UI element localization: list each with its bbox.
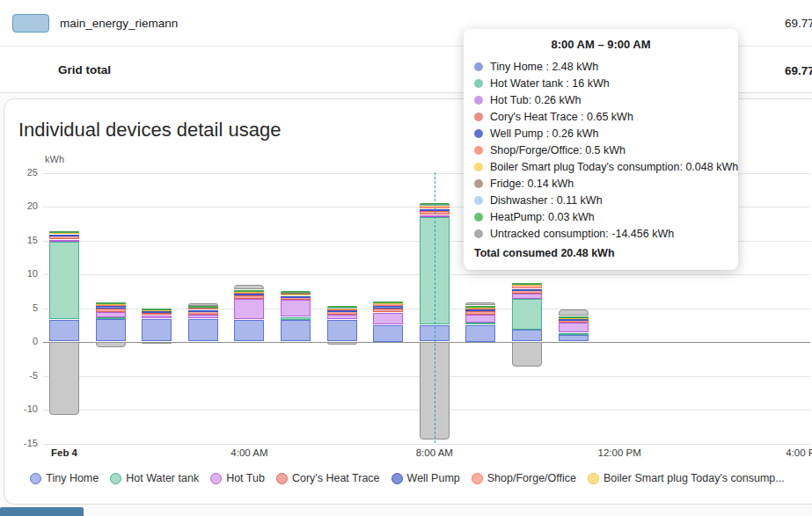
y-axis-tick-label: -5 <box>13 370 38 381</box>
bar-segment-heatpump[interactable] <box>142 309 172 310</box>
bar-segment-heatpump[interactable] <box>281 291 311 293</box>
series-color-dot-icon <box>474 229 483 238</box>
bar-segment-hot-water-tank[interactable] <box>465 323 495 324</box>
bar-segment-untracked-consumption[interactable] <box>142 342 172 344</box>
bar-segment-cory-s-heat-trace[interactable] <box>234 295 264 299</box>
bar-segment-untracked-consumption[interactable] <box>234 285 264 290</box>
bar-segment-hot-water-tank[interactable] <box>49 242 79 319</box>
bar-segment-hot-tub[interactable] <box>49 240 79 242</box>
legend-item-well-pump[interactable]: Well Pump <box>391 472 460 484</box>
legend-item-hot-tub[interactable]: Hot Tub <box>210 472 265 484</box>
tooltip-item-text: Shop/Forge/Office: 0.5 kWh <box>490 144 625 156</box>
bar-segment-untracked-consumption[interactable] <box>327 342 357 345</box>
bar-segment-heatpump[interactable] <box>465 306 495 308</box>
chart-legend: Tiny HomeHot Water tankHot TubCory's Hea… <box>4 472 810 484</box>
bar-segment-tiny-home[interactable] <box>327 320 357 342</box>
bar-segment-tiny-home[interactable] <box>512 330 542 341</box>
bar-segment-heatpump[interactable] <box>96 302 126 304</box>
bar-segment-tiny-home[interactable] <box>188 319 218 342</box>
bar-segment-hot-tub[interactable] <box>142 316 172 318</box>
tooltip-item-list: Tiny Home : 2.48 kWhHot Water tank : 16 … <box>474 58 728 242</box>
bar-segment-well-pump[interactable] <box>512 289 542 291</box>
bar-segment-well-pump[interactable] <box>188 310 218 312</box>
bar-segment-hot-tub[interactable] <box>559 323 589 332</box>
x-axis-tick-label: 8:00 AM <box>416 447 453 458</box>
bar-segment-well-pump[interactable] <box>142 311 172 313</box>
series-color-dot-icon <box>474 163 483 171</box>
bar-segment-heatpump[interactable] <box>512 283 542 285</box>
chart-hover-tooltip: 8:00 AM – 9:00 AM Tiny Home : 2.48 kWhHo… <box>464 29 738 270</box>
legend-label: Cory's Heat Trace <box>292 472 380 484</box>
bar-segment-tiny-home[interactable] <box>281 320 311 341</box>
bar-segment-cory-s-heat-trace[interactable] <box>327 311 357 314</box>
bar-segment-fridge[interactable] <box>281 293 311 294</box>
legend-color-dot-icon <box>391 473 403 484</box>
tooltip-item-text: Hot Tub: 0.26 kWh <box>490 94 582 106</box>
tooltip-item: HeatPump: 0.03 kWh <box>474 208 728 225</box>
bar-segment-well-pump[interactable] <box>49 235 79 236</box>
bar-segment-well-pump[interactable] <box>96 306 126 309</box>
bar-segment-cory-s-heat-trace[interactable] <box>512 290 542 293</box>
bar-segment-hot-water-tank[interactable] <box>96 317 126 319</box>
bar-segment-hot-tub[interactable] <box>512 294 542 299</box>
tooltip-item: Untracked consumption: -14.456 kWh <box>474 225 728 242</box>
bar-segment-hot-water-tank[interactable] <box>512 299 542 329</box>
series-color-dot-icon <box>474 62 483 71</box>
bar-segment-cory-s-heat-trace[interactable] <box>49 236 79 239</box>
y-axis-tick-label: 25 <box>13 167 38 178</box>
series-color-dot-icon <box>474 96 483 105</box>
bar-segment-cory-s-heat-trace[interactable] <box>96 309 126 311</box>
tooltip-item: Hot Water tank : 16 kWh <box>474 75 728 91</box>
bar-segment-hot-tub[interactable] <box>327 315 357 319</box>
bar-segment-hot-tub[interactable] <box>188 315 218 318</box>
bar-segment-cory-s-heat-trace[interactable] <box>465 311 495 314</box>
bar-segment-hot-tub[interactable] <box>465 315 495 323</box>
legend-item-cory-s-heat-trace[interactable]: Cory's Heat Trace <box>276 472 380 484</box>
bar-segment-heatpump[interactable] <box>234 290 264 292</box>
series-color-dot-icon <box>474 129 483 138</box>
legend-item-tiny-home[interactable]: Tiny Home <box>30 472 99 484</box>
bar-segment-well-pump[interactable] <box>465 309 495 311</box>
bar-segment-tiny-home[interactable] <box>465 325 495 342</box>
bar-segment-hot-tub[interactable] <box>281 300 311 316</box>
bar-segment-well-pump[interactable] <box>327 310 357 312</box>
legend-item-hot-water-tank[interactable]: Hot Water tank <box>110 472 199 484</box>
grid-total-kwh: 69.77 <box>785 63 812 76</box>
partially-visible-next-element[interactable] <box>0 507 84 516</box>
bar-segment-cory-s-heat-trace[interactable] <box>188 311 218 314</box>
bar-segment-well-pump[interactable] <box>373 306 403 309</box>
bar-segment-hot-tub[interactable] <box>96 312 126 317</box>
bar-segment-untracked-consumption[interactable] <box>559 309 589 316</box>
bar-segment-hot-water-tank[interactable] <box>559 333 589 335</box>
bar-segment-untracked-consumption[interactable] <box>49 342 79 415</box>
bar-segment-heatpump[interactable] <box>373 302 403 303</box>
bar-segment-tiny-home[interactable] <box>559 335 589 341</box>
source-total-kwh: 69.77 <box>785 17 812 30</box>
bar-segment-tiny-home[interactable] <box>96 319 126 342</box>
x-axis-tick-label: 4:00 PM <box>786 447 812 458</box>
bar-segment-untracked-consumption[interactable] <box>96 342 126 347</box>
bar-segment-hot-tub[interactable] <box>373 313 403 324</box>
bar-segment-untracked-consumption[interactable] <box>188 303 218 306</box>
bar-segment-tiny-home[interactable] <box>49 320 79 342</box>
bar-segment-untracked-consumption[interactable] <box>512 342 542 367</box>
legend-item-boiler-smart-plug-today-s-consump[interactable]: Boiler Smart plug Today's consump... <box>588 472 785 484</box>
bar-segment-hot-water-tank[interactable] <box>281 317 311 320</box>
bar-segment-tiny-home[interactable] <box>142 319 172 342</box>
tooltip-item: Tiny Home : 2.48 kWh <box>474 58 728 75</box>
bar-segment-tiny-home[interactable] <box>373 325 403 342</box>
bar-segment-tiny-home[interactable] <box>234 320 264 342</box>
legend-color-dot-icon <box>472 473 483 484</box>
bar-segment-well-pump[interactable] <box>234 294 264 295</box>
bar-segment-cory-s-heat-trace[interactable] <box>373 309 403 312</box>
bar-segment-well-pump[interactable] <box>281 296 311 298</box>
legend-label: Well Pump <box>407 472 460 484</box>
bar-segment-heatpump[interactable] <box>188 306 218 308</box>
bar-segment-heatpump[interactable] <box>49 231 79 233</box>
series-color-dot-icon <box>474 179 483 188</box>
bar-segment-untracked-consumption[interactable] <box>465 302 495 305</box>
bar-segment-heatpump[interactable] <box>559 316 589 318</box>
bar-segment-hot-tub[interactable] <box>234 299 264 319</box>
y-axis-tick-label: 20 <box>13 200 38 211</box>
legend-item-shop-forge-office[interactable]: Shop/Forge/Office <box>472 472 576 484</box>
